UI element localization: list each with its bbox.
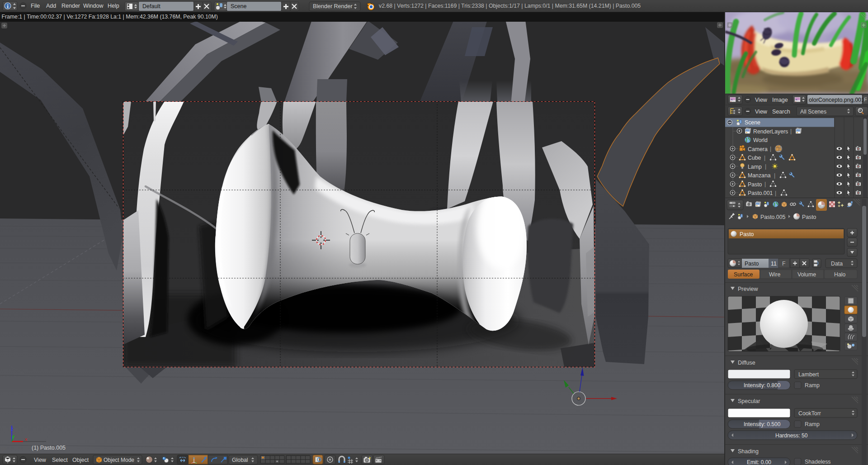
svg-text:Intensity: 0.800: Intensity: 0.800 bbox=[744, 382, 781, 389]
svg-text:Surface: Surface bbox=[734, 271, 753, 278]
svg-text:Select: Select bbox=[52, 457, 68, 463]
svg-text:(1) Pasto.005: (1) Pasto.005 bbox=[32, 445, 66, 451]
svg-text:Pasto: Pasto bbox=[748, 181, 762, 188]
svg-text:Emit: 0.00: Emit: 0.00 bbox=[747, 459, 771, 465]
svg-text:Scene: Scene bbox=[231, 3, 246, 9]
svg-text:Camera: Camera bbox=[748, 146, 768, 152]
svg-text:|: | bbox=[764, 181, 766, 187]
svg-text:Shading: Shading bbox=[738, 448, 759, 455]
svg-text:|: | bbox=[790, 128, 792, 134]
svg-text:View: View bbox=[34, 457, 47, 463]
svg-text:Lamp: Lamp bbox=[748, 164, 762, 170]
svg-text:Ramp: Ramp bbox=[805, 421, 820, 427]
svg-text:CookTorr: CookTorr bbox=[798, 410, 821, 417]
svg-text:View: View bbox=[755, 109, 768, 115]
svg-text:x: x bbox=[25, 437, 28, 442]
svg-text:Hardness: 50: Hardness: 50 bbox=[775, 432, 808, 439]
svg-text:Intensity: 0.500: Intensity: 0.500 bbox=[744, 421, 781, 427]
svg-text:y: y bbox=[12, 434, 14, 439]
svg-text:olorConcepto.png.001: olorConcepto.png.001 bbox=[809, 97, 864, 103]
svg-text:Object: Object bbox=[72, 457, 89, 463]
svg-text:|: | bbox=[775, 190, 776, 196]
svg-text:Halo: Halo bbox=[834, 271, 845, 278]
svg-text:Manzana: Manzana bbox=[748, 172, 771, 179]
svg-text:Cube: Cube bbox=[748, 155, 761, 161]
svg-text:Blender Render: Blender Render bbox=[313, 3, 353, 9]
svg-text:World: World bbox=[753, 137, 768, 143]
svg-text:z: z bbox=[11, 426, 14, 432]
svg-text:All Scenes: All Scenes bbox=[800, 109, 826, 115]
svg-text:Lambert: Lambert bbox=[798, 371, 819, 378]
svg-text:|: | bbox=[774, 172, 775, 179]
svg-text:Scene: Scene bbox=[745, 119, 760, 126]
svg-text:Preview: Preview bbox=[738, 286, 758, 292]
svg-text:View: View bbox=[755, 97, 768, 103]
svg-text:Shadeless: Shadeless bbox=[805, 459, 830, 465]
svg-text:F: F bbox=[864, 97, 867, 102]
svg-text:11: 11 bbox=[771, 261, 777, 267]
svg-text:RenderLayers: RenderLayers bbox=[753, 128, 788, 135]
svg-text:Search: Search bbox=[772, 109, 790, 115]
svg-text:Pasto: Pasto bbox=[802, 214, 816, 220]
svg-text:Volume: Volume bbox=[797, 271, 816, 278]
svg-text:Wire: Wire bbox=[769, 271, 780, 278]
svg-text:Pasto: Pasto bbox=[745, 261, 759, 267]
svg-text:Pasto.005: Pasto.005 bbox=[760, 214, 786, 220]
svg-text:Data: Data bbox=[831, 261, 843, 267]
svg-text:Pasto: Pasto bbox=[740, 231, 754, 237]
svg-text:Pasto.001: Pasto.001 bbox=[748, 190, 773, 196]
svg-text:Global: Global bbox=[232, 457, 248, 463]
svg-text:Object Mode: Object Mode bbox=[104, 457, 134, 463]
svg-text:|: | bbox=[770, 146, 771, 152]
svg-text:Specular: Specular bbox=[738, 398, 760, 404]
svg-text:F: F bbox=[782, 261, 786, 267]
svg-text:Default: Default bbox=[142, 3, 160, 9]
svg-text:|: | bbox=[765, 163, 766, 170]
svg-text:|: | bbox=[764, 155, 765, 161]
svg-text:Diffuse: Diffuse bbox=[738, 360, 755, 366]
svg-text:Ramp: Ramp bbox=[805, 382, 820, 389]
svg-text:Image: Image bbox=[772, 97, 788, 103]
